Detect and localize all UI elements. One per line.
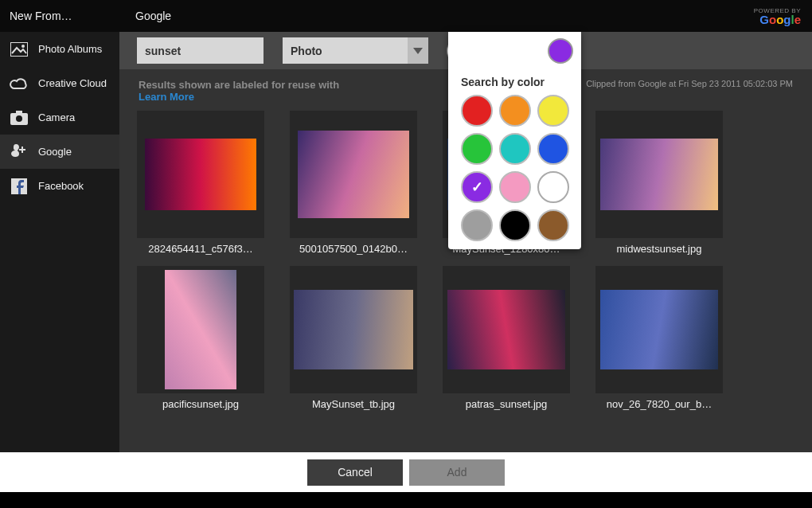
sidebar-item-label: Facebook: [38, 180, 84, 192]
result-thumbnail[interactable]: [137, 111, 264, 238]
search-input[interactable]: [137, 37, 264, 64]
color-swatch[interactable]: [499, 95, 531, 127]
color-swatch[interactable]: [537, 171, 569, 203]
color-swatch[interactable]: [499, 133, 531, 165]
sidebar-item-creative-cloud[interactable]: Creative Cloud: [0, 66, 119, 100]
color-swatch[interactable]: [499, 209, 531, 241]
sidebar-item-google[interactable]: Google: [0, 135, 119, 169]
result-thumbnail[interactable]: [443, 266, 570, 393]
photo-albums-icon: [10, 40, 29, 59]
color-swatch[interactable]: [461, 171, 493, 203]
system-nav-bar: [0, 492, 812, 508]
sidebar-item-label: Creative Cloud: [38, 77, 107, 89]
result-thumbnail[interactable]: [595, 266, 723, 393]
camera-icon: [10, 108, 29, 127]
sidebar-item-label: Photo Albums: [38, 43, 102, 55]
sidebar-item-photo-albums[interactable]: Photo Albums: [0, 32, 119, 66]
clip-timestamp: Clipped from Google at Fri Sep 23 2011 0…: [586, 79, 793, 103]
cancel-button[interactable]: Cancel: [307, 459, 403, 486]
color-popover: Search by color: [448, 32, 581, 249]
color-swatch[interactable]: [537, 133, 569, 165]
sidebar-item-facebook[interactable]: Facebook: [0, 169, 119, 203]
svg-rect-6: [19, 149, 25, 150]
add-button[interactable]: Add: [409, 459, 505, 486]
source-title: Google: [119, 10, 171, 22]
type-select[interactable]: Photo: [283, 37, 409, 64]
sidebar: Photo Albums Creative Cloud Camera Googl…: [0, 32, 119, 452]
result-caption: pacificsunset.jpg: [137, 398, 264, 410]
top-bar: New From… Google POWERED BY Google: [0, 0, 812, 32]
powered-by: POWERED BY Google: [754, 7, 812, 25]
color-swatch[interactable]: [499, 171, 531, 203]
svg-marker-8: [413, 48, 423, 54]
color-swatch[interactable]: [537, 209, 569, 241]
result-thumbnail[interactable]: [137, 266, 264, 393]
sidebar-item-label: Google: [38, 146, 72, 158]
learn-more-link[interactable]: Learn More: [139, 91, 194, 103]
result-caption: midwestsunset.jpg: [595, 243, 723, 255]
svg-point-1: [21, 45, 25, 48]
svg-rect-3: [16, 111, 22, 114]
result-caption: MaySunset_tb.jpg: [290, 398, 417, 410]
result-thumbnail[interactable]: [595, 111, 723, 238]
svg-point-4: [16, 115, 22, 122]
result-caption: 2824654411_c576f3…: [137, 243, 264, 255]
footer: Cancel Add: [0, 452, 812, 492]
results-label: Results shown are labeled for reuse with: [139, 79, 339, 91]
color-swatch[interactable]: [537, 95, 569, 127]
sidebar-item-label: Camera: [38, 111, 75, 123]
result-caption: patras_sunset.jpg: [443, 398, 570, 410]
result-caption: nov_26_7820_our_b…: [595, 398, 723, 410]
color-swatch[interactable]: [461, 133, 493, 165]
color-filter-trigger-open[interactable]: [548, 38, 573, 64]
type-select-value: Photo: [291, 45, 322, 57]
result-thumbnail[interactable]: [290, 111, 417, 238]
color-swatch[interactable]: [461, 95, 493, 127]
result-thumbnail[interactable]: [290, 266, 417, 393]
facebook-icon: [10, 177, 29, 196]
color-popover-title: Search by color: [448, 69, 581, 95]
google-logo: Google: [754, 14, 801, 25]
creative-cloud-icon: [10, 74, 29, 93]
google-plus-icon: [10, 143, 29, 162]
color-swatch[interactable]: [461, 209, 493, 241]
dialog-title: New From…: [0, 10, 119, 22]
chevron-down-icon[interactable]: [408, 37, 428, 64]
sidebar-item-camera[interactable]: Camera: [0, 100, 119, 135]
result-caption: 5001057500_0142b0…: [290, 243, 417, 255]
